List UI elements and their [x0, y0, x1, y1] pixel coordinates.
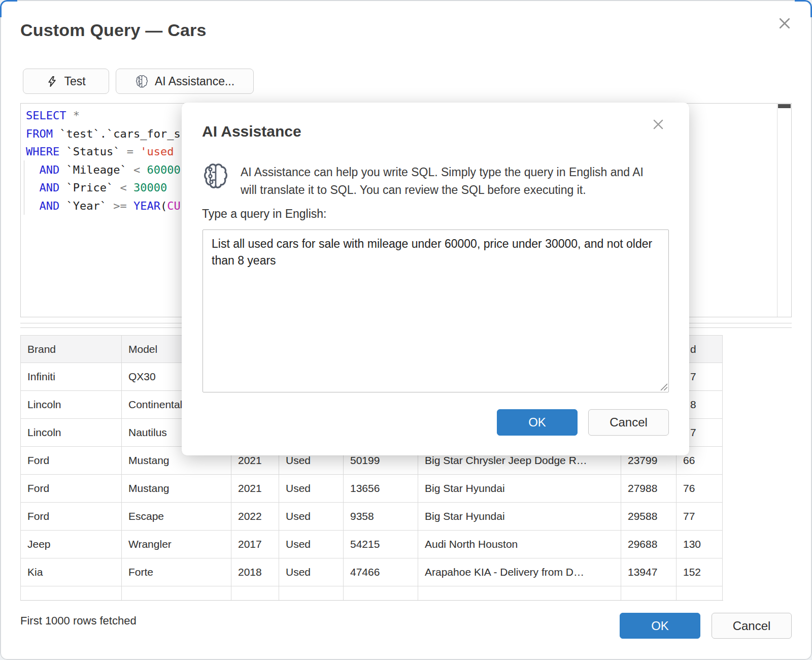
- table-cell: 9358: [344, 503, 418, 531]
- sql-line: AND `Mileage` < 60000: [26, 161, 181, 179]
- sql-token: [26, 163, 40, 176]
- table-cell: 2022: [231, 503, 279, 531]
- brain-icon: [135, 75, 149, 88]
- table-cell: 2018: [231, 558, 279, 586]
- table-cell: Ford: [21, 503, 122, 531]
- table-cell: Big Star Hyundai: [418, 503, 621, 531]
- custom-query-dialog: Custom Query — Cars Test AI Assistance..…: [0, 0, 812, 660]
- column-header[interactable]: Brand: [21, 336, 122, 363]
- table-row: [21, 586, 723, 601]
- table-cell: 77: [676, 503, 723, 531]
- dialog-cancel-button[interactable]: Cancel: [712, 613, 792, 639]
- table-cell: 29688: [621, 531, 676, 558]
- table-cell: [279, 586, 344, 601]
- modal-ok-button[interactable]: OK: [497, 409, 578, 436]
- table-cell: [122, 586, 231, 601]
- sql-token: >=: [113, 200, 127, 212]
- sql-code: SELECT *FROM `test`.`cars_for_sWHERE `St…: [26, 107, 181, 215]
- table-cell: 13947: [621, 558, 676, 586]
- sql-line: SELECT *: [26, 107, 181, 125]
- sql-token: `Price`: [59, 181, 120, 194]
- table-row: FordEscape2022Used9358Big Star Hyundai29…: [21, 503, 723, 531]
- sql-token: CU: [167, 200, 181, 212]
- query-input-label: Type a query in English:: [202, 207, 326, 221]
- table-cell: [231, 586, 279, 601]
- table-row: FordMustang2021Used13656Big Star Hyundai…: [21, 475, 723, 503]
- table-cell: Ford: [21, 447, 122, 475]
- sql-token: FROM: [26, 127, 53, 140]
- sql-token: AND: [40, 200, 60, 212]
- table-cell: 76: [676, 475, 723, 503]
- sql-token: `Mileage`: [59, 163, 133, 176]
- page-title: Custom Query — Cars: [20, 20, 207, 40]
- table-cell: Mustang: [122, 475, 231, 503]
- sql-token: `test`.`cars_for_s: [53, 127, 181, 140]
- table-cell: Used: [279, 475, 344, 503]
- table-cell: Infiniti: [21, 363, 122, 391]
- table-cell: [621, 586, 676, 601]
- dialog-corner-accent-right: [795, 0, 812, 17]
- sql-token: =: [127, 145, 133, 158]
- dialog-close-button[interactable]: [777, 16, 792, 30]
- sql-token: YEAR: [127, 200, 160, 212]
- query-input[interactable]: [202, 229, 669, 392]
- dialog-corner-accent-left: [0, 0, 17, 17]
- table-cell: Big Star Hyundai: [418, 475, 621, 503]
- table-cell: 54215: [344, 531, 418, 558]
- sql-line: AND `Price` < 30000: [26, 179, 181, 197]
- ai-assistance-button-label: AI Assistance...: [155, 75, 234, 88]
- modal-description: AI Assistance can help you write SQL. Si…: [241, 163, 663, 199]
- table-cell: 2021: [231, 475, 279, 503]
- table-row: KiaForte2018Used47466Arapahoe KIA - Deli…: [21, 558, 723, 586]
- sql-line: FROM `test`.`cars_for_s: [26, 125, 181, 143]
- sql-line: WHERE `Status` = 'used: [26, 143, 181, 161]
- scrollbar-thumb[interactable]: [778, 104, 791, 108]
- table-cell: [418, 586, 621, 601]
- test-button-label: Test: [64, 75, 85, 88]
- table-row: JeepWrangler2017Used54215Audi North Hous…: [21, 531, 723, 558]
- indent-guide: [24, 160, 24, 215]
- sql-token: `Status`: [59, 145, 126, 158]
- table-cell: 47466: [344, 558, 418, 586]
- sql-token: `Year`: [59, 200, 113, 212]
- table-cell: Ford: [21, 475, 122, 503]
- table-cell: Used: [279, 558, 344, 586]
- table-cell: 13656: [344, 475, 418, 503]
- table-cell: Used: [279, 531, 344, 558]
- table-cell: 29588: [621, 503, 676, 531]
- table-cell: [21, 586, 122, 601]
- sql-token: (: [160, 200, 167, 212]
- table-cell: Lincoln: [21, 419, 122, 447]
- table-cell: 2017: [231, 531, 279, 558]
- table-cell: [676, 586, 723, 601]
- table-cell: Forte: [122, 558, 231, 586]
- table-cell: Jeep: [21, 531, 122, 558]
- sql-token: 60000: [140, 163, 180, 176]
- sql-token: [26, 181, 40, 194]
- sql-token: [26, 200, 40, 212]
- table-cell: Lincoln: [21, 391, 122, 419]
- sql-token: 30000: [127, 181, 167, 194]
- table-cell: Used: [279, 503, 344, 531]
- modal-cancel-button[interactable]: Cancel: [588, 409, 669, 436]
- modal-close-button[interactable]: [652, 118, 665, 131]
- sql-token: <: [133, 163, 140, 176]
- editor-scrollbar[interactable]: [777, 104, 791, 317]
- table-cell: Kia: [21, 558, 122, 586]
- table-cell: [344, 586, 418, 601]
- close-icon: [777, 16, 792, 30]
- sql-line: AND `Year` >= YEAR(CU: [26, 197, 181, 215]
- dialog-ok-button[interactable]: OK: [620, 613, 700, 639]
- table-cell: Arapahoe KIA - Delivery from D…: [418, 558, 621, 586]
- table-cell: 152: [676, 558, 723, 586]
- sql-token: SELECT: [26, 109, 66, 122]
- sql-token: AND: [40, 163, 60, 176]
- ai-assistance-button[interactable]: AI Assistance...: [116, 69, 254, 94]
- sql-token: <: [120, 181, 126, 194]
- brain-icon: [204, 162, 227, 190]
- status-text: First 1000 rows fetched: [20, 614, 137, 628]
- table-cell: Audi North Houston: [418, 531, 621, 558]
- table-cell: 130: [676, 531, 723, 558]
- modal-title: AI Assistance: [202, 123, 301, 140]
- test-button[interactable]: Test: [23, 69, 109, 94]
